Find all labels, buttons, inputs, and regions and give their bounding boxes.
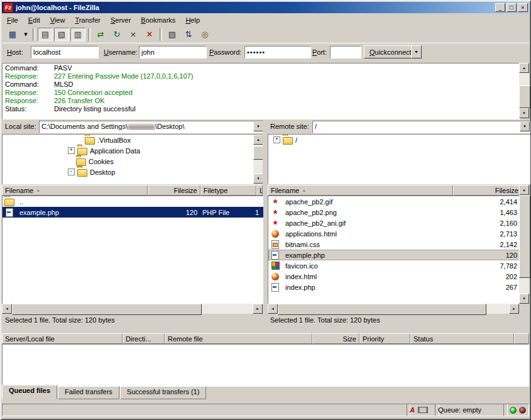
column-header-filesize[interactable]: Filesize	[453, 185, 522, 196]
find-files-button[interactable]: ◎	[197, 28, 212, 41]
tree-item-application-data[interactable]: + Application Data	[3, 145, 263, 156]
combo-dropdown-icon[interactable]: ▼	[253, 121, 263, 131]
vertical-splitter[interactable]	[263, 120, 268, 328]
host-input[interactable]	[31, 46, 99, 58]
toggle-transfer-queue-button[interactable]: ▥	[70, 28, 85, 41]
queue-list[interactable]	[2, 344, 529, 387]
file-row[interactable]: index.php267	[268, 282, 520, 292]
file-row-selected[interactable]: example.php120	[268, 250, 520, 260]
menu-server[interactable]: Server	[106, 15, 136, 25]
tab-failed-transfers[interactable]: Failed transfers	[58, 386, 119, 399]
toggle-message-log-button[interactable]: ▤	[38, 28, 53, 41]
maximize-button[interactable]: □	[506, 3, 517, 12]
scroll-up-button[interactable]: ▲	[253, 135, 263, 145]
file-size: 2,713	[451, 230, 520, 238]
scrollbar-thumb[interactable]	[278, 304, 486, 315]
collapse-minus-icon[interactable]: -	[68, 169, 75, 175]
titlebar[interactable]: Fz john@localhost - FileZilla _ □ ×	[2, 2, 529, 13]
scroll-left-button[interactable]: ◄	[268, 304, 278, 314]
column-header-direction[interactable]: Directi...	[123, 333, 165, 344]
filezilla-logo-icon[interactable]: Fz	[3, 3, 13, 13]
scroll-up-button[interactable]: ▲	[519, 63, 529, 73]
scrollbar-thumb[interactable]	[12, 304, 202, 315]
column-header-last-modified[interactable]: Last modified	[256, 185, 263, 196]
file-row-parent-dir[interactable]: ..	[3, 196, 263, 207]
quickconnect-button[interactable]: Quickconnect	[364, 45, 417, 58]
horizontal-splitter[interactable]	[2, 326, 529, 333]
tab-successful-transfers[interactable]: Successful transfers (1)	[120, 386, 207, 399]
synchronized-browsing-button[interactable]: ⇅	[181, 28, 196, 41]
file-row[interactable]: *apache_pb2.png1,463	[268, 207, 520, 218]
log-text: 226 Transfer OK	[54, 97, 105, 105]
remote-site-combo[interactable]: / ▼	[312, 121, 530, 133]
cancel-button[interactable]: ✕	[142, 28, 157, 41]
menu-edit[interactable]: Edit	[23, 15, 45, 25]
data-type-indicator-icon: A	[410, 406, 415, 414]
port-input[interactable]	[330, 46, 361, 58]
file-row[interactable]: *apache_pb2_ani.gif2,160	[268, 218, 520, 228]
column-header-filetype[interactable]: Filetype	[200, 185, 256, 196]
minimize-button[interactable]: _	[495, 3, 505, 12]
column-header-server-local-file[interactable]: Server/Local file	[2, 333, 123, 344]
tree-item-desktop[interactable]: - Desktop	[3, 167, 263, 177]
file-row[interactable]: bitnami.css2,142	[268, 239, 520, 250]
column-header-size[interactable]: Size	[312, 333, 359, 344]
disconnect-button[interactable]: ×	[126, 28, 141, 41]
column-header-filesize[interactable]: Filesize	[148, 185, 200, 196]
site-manager-button[interactable]: ▦	[5, 28, 20, 41]
file-row[interactable]: index.html202	[268, 271, 520, 282]
file-row[interactable]: *apache_pb2.gif2,414	[268, 196, 520, 207]
refresh-button[interactable]: ⇄	[93, 28, 108, 41]
local-site-combo[interactable]: C:\Documents and Settings\\Desktop\ ▼	[39, 121, 264, 133]
column-header-filename[interactable]: Filename▲	[268, 185, 453, 196]
scroll-down-button[interactable]: ▼	[253, 174, 263, 184]
menu-view[interactable]: View	[45, 15, 70, 25]
quickconnect-dropdown-icon[interactable]: ▼	[411, 45, 422, 58]
column-header-status[interactable]: Status	[410, 333, 514, 344]
menu-bookmarks[interactable]: Bookmarks	[136, 15, 180, 25]
column-header-remote-file[interactable]: Remote file	[165, 333, 312, 344]
local-site-label: Local site:	[5, 123, 36, 130]
file-row[interactable]: favicon.ico7,782	[268, 260, 520, 271]
port-label: Port:	[312, 48, 327, 56]
file-row-example-php[interactable]: example.php 120 PHP File 1	[3, 207, 263, 218]
scroll-right-button[interactable]: ►	[253, 304, 263, 314]
reconnect-button[interactable]: ↻	[109, 28, 124, 41]
scroll-right-button[interactable]: ►	[509, 304, 519, 314]
scroll-down-button[interactable]: ▼	[519, 294, 529, 304]
log-line: Response:227 Entering Passive Mode (127,…	[3, 72, 520, 80]
log-vertical-scrollbar[interactable]: ▲ ▼	[519, 63, 529, 118]
combo-dropdown-icon[interactable]: ▼	[520, 121, 530, 131]
expand-plus-icon[interactable]: +	[68, 147, 75, 154]
remote-list-horizontal-scrollbar[interactable]: ◄ ►	[268, 304, 519, 314]
scrollbar-thumb[interactable]	[519, 86, 530, 108]
directory-comparison-button[interactable]: ▨	[165, 28, 180, 41]
close-button[interactable]: ×	[518, 3, 528, 12]
remote-site-path: /	[315, 123, 518, 130]
tree-item-root[interactable]: + /	[268, 135, 530, 145]
tree-item-virtualbox[interactable]: .VirtualBox	[3, 135, 263, 145]
local-tree-vertical-scrollbar[interactable]: ▲ ▼	[253, 135, 263, 184]
tree-item-cookies[interactable]: Cookies	[3, 156, 263, 167]
username-label: Username:	[104, 48, 138, 56]
menu-help[interactable]: Help	[180, 15, 205, 25]
site-manager-dropdown-icon[interactable]: ▼	[21, 28, 30, 41]
menu-transfer[interactable]: Transfer	[70, 15, 106, 25]
scroll-up-button[interactable]: ▲	[519, 185, 529, 195]
menu-file[interactable]: File	[2, 15, 23, 25]
tree-item-label: Cookies	[89, 158, 114, 165]
scroll-down-button[interactable]: ▼	[519, 108, 529, 118]
statusbar-activity-panel	[503, 404, 529, 416]
expand-plus-icon[interactable]: +	[273, 136, 280, 143]
toggle-directory-trees-button[interactable]: ▧	[54, 28, 69, 41]
scroll-left-button[interactable]: ◄	[2, 304, 12, 314]
file-row[interactable]: applications.html2,713	[268, 228, 520, 239]
column-header-priority[interactable]: Priority	[359, 333, 410, 344]
column-header-filename[interactable]: Filename▲	[2, 185, 148, 196]
tab-queued-files[interactable]: Queued files	[2, 385, 57, 399]
username-input[interactable]	[139, 46, 207, 58]
local-list-horizontal-scrollbar[interactable]: ◄ ►	[2, 304, 263, 314]
password-input[interactable]	[244, 46, 311, 58]
remote-list-vertical-scrollbar[interactable]: ▲ ▼	[519, 185, 529, 304]
scrollbar-thumb[interactable]	[519, 195, 530, 278]
